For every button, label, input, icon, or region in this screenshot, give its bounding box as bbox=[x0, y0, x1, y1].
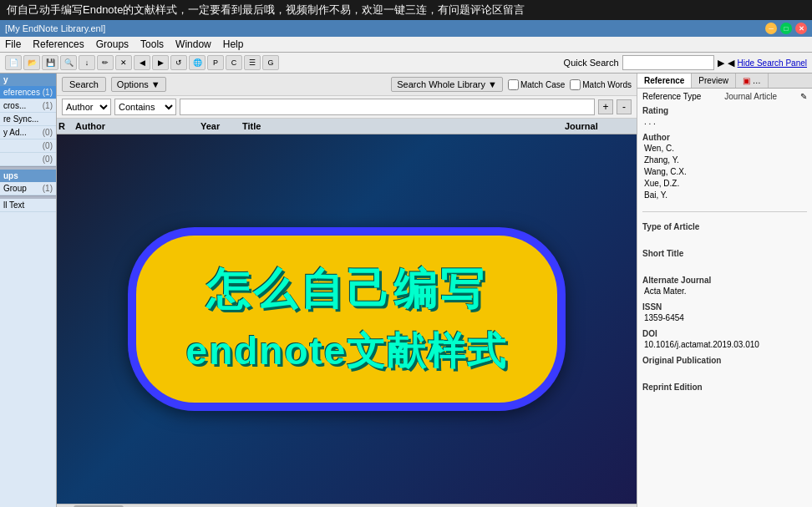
find-icon[interactable]: 🔍 bbox=[60, 55, 77, 70]
sidebar-item-mylib[interactable]: eferences (1) bbox=[0, 86, 56, 99]
short-title-value bbox=[642, 259, 807, 271]
sidebar-label-sync: re Sync... bbox=[3, 114, 38, 124]
save-icon[interactable]: 💾 bbox=[42, 55, 58, 70]
doi-value: 10.1016/j.actamat.2019.03.010 bbox=[644, 339, 807, 351]
author-zhang: Zhang, Y. bbox=[644, 155, 807, 166]
dropdown-arrow-icon: ▼ bbox=[488, 79, 497, 89]
sidebar-count-ad: (0) bbox=[43, 128, 53, 137]
close-button[interactable]: ✕ bbox=[795, 23, 807, 34]
sidebar-item-blank1[interactable]: (0) bbox=[0, 139, 56, 153]
col-header-title[interactable]: Title bbox=[239, 120, 561, 132]
orig-pub-label: Original Publication bbox=[642, 356, 807, 365]
lower-fields-divider bbox=[642, 211, 807, 217]
sidebar-count-blank2: (0) bbox=[43, 155, 53, 164]
options-button[interactable]: Options ▼ bbox=[111, 77, 166, 92]
search-field-select[interactable]: Author Title Year Journal bbox=[62, 99, 111, 115]
menu-file[interactable]: File bbox=[5, 38, 21, 50]
reprint-label: Reprint Edition bbox=[642, 383, 807, 392]
tab-reference[interactable]: Reference bbox=[637, 74, 692, 88]
tab-preview[interactable]: Preview bbox=[692, 74, 736, 88]
banner-text: 何自己动手编写Endnote的文献样式，一定要看到最后哦，视频制作不易，欢迎一键… bbox=[7, 3, 525, 16]
sidebar-item-ad[interactable]: y Ad... (0) bbox=[0, 126, 56, 139]
pill-inner: 怎么自己编写 endnote文献样式 bbox=[136, 236, 558, 403]
edit-ref-icon[interactable]: ✎ bbox=[800, 92, 807, 101]
delete-icon[interactable]: ✕ bbox=[115, 55, 132, 70]
sidebar-item-fulltext[interactable]: ll Text bbox=[0, 199, 56, 212]
right-panel-content: Reference Type Journal Article ✎ Rating … bbox=[637, 89, 812, 507]
search-whole-lib-label: Search Whole Library bbox=[397, 79, 485, 89]
menu-references[interactable]: References bbox=[33, 38, 84, 50]
match-case-area: Match Case bbox=[508, 79, 565, 90]
insert-icon[interactable]: ↓ bbox=[79, 55, 95, 70]
search-whole-lib-button[interactable]: Search Whole Library ▼ bbox=[391, 77, 503, 92]
prev-result-icon[interactable]: ◀ bbox=[728, 58, 734, 68]
main-layout: y eferences (1) cros... (1) re Sync... y… bbox=[0, 74, 812, 507]
pill-outer: 怎么自己编写 endnote文献样式 bbox=[128, 227, 566, 411]
search-bar: Search Options ▼ Search Whole Library ▼ … bbox=[57, 74, 637, 96]
search-button[interactable]: Search bbox=[62, 77, 106, 92]
toolbar: 📄 📂 💾 🔍 ↓ ✏ ✕ ◀ ▶ ↺ 🌐 P C ☰ G Quick Sear… bbox=[0, 53, 812, 74]
match-words-checkbox[interactable] bbox=[570, 79, 581, 90]
sidebar-label-fulltext: ll Text bbox=[3, 200, 24, 210]
open-icon[interactable]: 📂 bbox=[23, 55, 40, 70]
online-search-icon[interactable]: 🌐 bbox=[189, 55, 206, 70]
search-value-input[interactable] bbox=[180, 99, 595, 115]
sidebar-label-mylib: eferences bbox=[3, 88, 40, 97]
sync-icon[interactable]: ↺ bbox=[170, 55, 187, 70]
window-title: [My EndNote Library.enl] bbox=[5, 23, 105, 33]
alt-journal-value: Acta Mater. bbox=[644, 286, 807, 297]
sidebar-item-blank2[interactable]: (0) bbox=[0, 153, 56, 166]
doi-label: DOI bbox=[642, 329, 807, 338]
minimize-button[interactable]: ─ bbox=[765, 23, 777, 34]
remove-search-row-button[interactable]: - bbox=[617, 99, 632, 114]
short-title-label: Short Title bbox=[642, 249, 807, 258]
center-area: Search Options ▼ Search Whole Library ▼ … bbox=[57, 74, 637, 507]
sidebar-groups-title: ups bbox=[0, 170, 56, 182]
search-row: Author Title Year Journal Contains Is St… bbox=[57, 96, 637, 119]
issn-value: 1359-6454 bbox=[644, 312, 807, 324]
pdf-tab-icon: ▣ bbox=[743, 76, 750, 85]
menu-tools[interactable]: Tools bbox=[140, 38, 164, 50]
horizontal-scrollbar[interactable] bbox=[57, 504, 637, 507]
title-bar: [My EndNote Library.enl] ─ □ ✕ bbox=[0, 20, 812, 37]
search-go-icon[interactable]: ▶ bbox=[718, 58, 724, 68]
search-condition-select[interactable]: Contains Is Starts with bbox=[114, 99, 176, 115]
sidebar-item-sync[interactable]: re Sync... bbox=[0, 113, 56, 126]
ref-type-row: Reference Type Journal Article ✎ bbox=[642, 92, 807, 101]
tab-pdf[interactable]: ▣ … bbox=[736, 74, 769, 88]
groups-icon[interactable]: G bbox=[262, 55, 279, 70]
col-header-year[interactable]: Year bbox=[197, 120, 239, 132]
menu-help[interactable]: Help bbox=[223, 38, 244, 50]
sidebar-count-mylib: (1) bbox=[43, 88, 53, 97]
sidebar-count-group: (1) bbox=[43, 184, 53, 193]
hide-panel-button[interactable]: Hide Search Panel bbox=[738, 58, 807, 68]
col-header-journal[interactable]: Journal bbox=[561, 120, 637, 132]
sidebar-item-group[interactable]: Group (1) bbox=[0, 182, 56, 195]
new-ref-icon[interactable]: 📄 bbox=[5, 55, 22, 70]
col-header-r[interactable]: R bbox=[57, 120, 72, 132]
window-controls: ─ □ ✕ bbox=[765, 23, 807, 34]
cite-icon[interactable]: C bbox=[226, 55, 242, 70]
overlay-text-line1: 怎么自己编写 bbox=[206, 261, 487, 319]
forward-icon[interactable]: ▶ bbox=[152, 55, 169, 70]
orig-pub-value bbox=[642, 366, 807, 378]
menu-window[interactable]: Window bbox=[175, 38, 211, 50]
rating-label: Rating bbox=[642, 106, 807, 115]
add-search-row-button[interactable]: + bbox=[598, 99, 613, 114]
sidebar-item-micro[interactable]: cros... (1) bbox=[0, 99, 56, 113]
quick-search-input[interactable] bbox=[622, 55, 714, 70]
sidebar-label-group: Group bbox=[3, 184, 27, 193]
overlay-area: Wen, C.; Zhang, ... 2019 Machine learnin… bbox=[57, 134, 637, 504]
back-icon[interactable]: ◀ bbox=[134, 55, 150, 70]
right-panel-tabs: Reference Preview ▣ … bbox=[637, 74, 812, 89]
pdf-icon[interactable]: P bbox=[207, 55, 224, 70]
edit-icon[interactable]: ✏ bbox=[97, 55, 114, 70]
author-xue: Xue, D.Z. bbox=[644, 178, 807, 190]
match-case-checkbox[interactable] bbox=[508, 79, 519, 90]
overlay-promotion: 怎么自己编写 endnote文献样式 bbox=[57, 134, 637, 504]
maximize-button[interactable]: □ bbox=[780, 23, 792, 34]
list-icon[interactable]: ☰ bbox=[244, 55, 261, 70]
right-panel: Reference Preview ▣ … Reference Type Jou… bbox=[637, 74, 812, 507]
menu-groups[interactable]: Groups bbox=[96, 38, 129, 50]
col-header-author[interactable]: Author bbox=[72, 120, 197, 132]
